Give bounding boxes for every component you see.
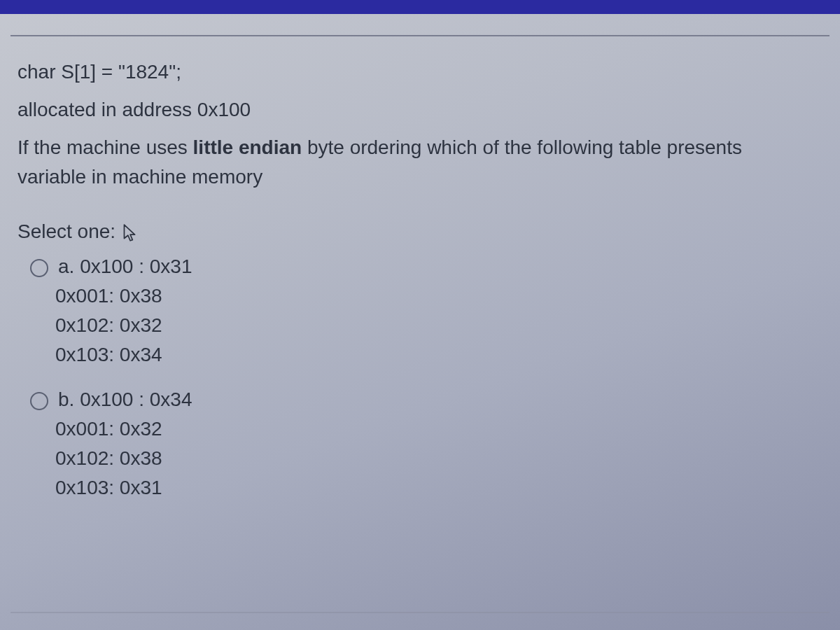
question-panel: char S[1] = "1824"; allocated in address… (10, 35, 830, 546)
option-b-letter: b. (58, 388, 74, 410)
option-b-line4: 0x103: 0x31 (55, 473, 822, 503)
endian-bold: little endian (193, 136, 302, 158)
option-a-line3: 0x102: 0x32 (55, 311, 822, 340)
allocation-line: allocated in address 0x100 (18, 95, 822, 125)
browser-top-bar (0, 0, 840, 14)
option-a[interactable]: a. 0x100 : 0x31 0x001: 0x38 0x102: 0x32 … (30, 252, 822, 370)
option-b-line3: 0x102: 0x38 (55, 444, 822, 473)
option-b-line2: 0x001: 0x32 (55, 414, 822, 444)
option-a-line2: 0x001: 0x38 (55, 281, 822, 311)
question-intro-3: variable in machine memory (18, 166, 262, 188)
code-declaration: char S[1] = "1824"; (18, 57, 822, 87)
footer-divider (10, 612, 830, 613)
cursor-icon (121, 217, 138, 246)
question-text: If the machine uses little endian byte o… (18, 133, 822, 192)
option-a-line1: 0x100 : 0x31 (80, 255, 192, 277)
select-one-label: Select one: (18, 217, 115, 246)
option-b[interactable]: b. 0x100 : 0x34 0x001: 0x32 0x102: 0x38 … (30, 385, 822, 503)
option-b-line1: 0x100 : 0x34 (80, 388, 192, 410)
question-intro-2: byte ordering which of the following tab… (302, 136, 742, 158)
radio-a[interactable] (30, 259, 48, 277)
option-a-line4: 0x103: 0x34 (55, 340, 822, 370)
radio-b[interactable] (30, 392, 48, 410)
option-a-letter: a. (58, 255, 74, 277)
question-intro-1: If the machine uses (18, 136, 193, 158)
select-one-row: Select one: (18, 217, 822, 246)
